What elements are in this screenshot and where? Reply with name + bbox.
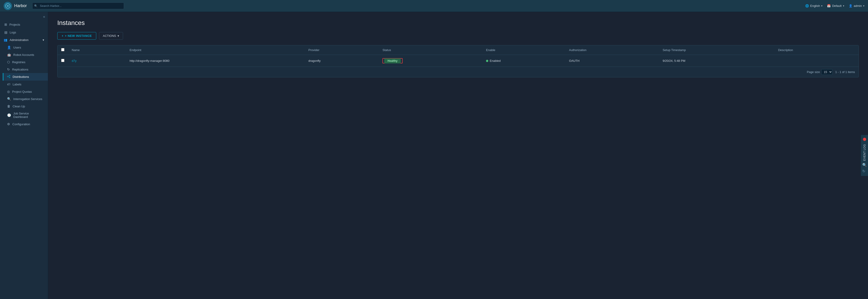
app-name: Harbor	[14, 3, 27, 8]
cell-setup-timestamp: 9/20/24, 5:48 PM	[659, 55, 775, 67]
event-log-icons: 🔍 ↻	[862, 163, 867, 173]
cell-status: Healthy	[379, 55, 482, 67]
enabled-dot-icon	[486, 60, 488, 62]
enabled-label: Enabled	[490, 59, 501, 63]
logo-icon	[4, 2, 12, 10]
actions-label: ACTIONS	[103, 34, 116, 38]
event-log-tab[interactable]: EVENT LOG 🔍 ↻	[861, 135, 868, 176]
sidebar-item-label: Project Quotas	[12, 90, 32, 93]
sidebar-item-label: Job Service Dashboard	[13, 112, 44, 119]
search-input[interactable]	[32, 2, 124, 9]
distributions-icon	[7, 75, 10, 79]
event-log-search-icon[interactable]: 🔍	[862, 163, 867, 167]
cell-enable: Enabled	[482, 55, 565, 67]
labels-icon: 🏷	[7, 82, 10, 86]
sidebar-item-projects[interactable]: ⊞ Projects	[0, 21, 48, 28]
language-caret-icon: ▾	[821, 5, 823, 7]
robot-accounts-icon: 🤖	[7, 53, 11, 57]
user-caret-icon: ▾	[863, 5, 864, 7]
col-header-authorization: Authorization	[565, 45, 659, 55]
table-header-row: Name Endpoint Provider Status Enable Aut…	[58, 45, 859, 55]
actions-caret-icon: ▾	[118, 34, 119, 38]
sidebar-item-label: Configuration	[12, 123, 30, 126]
items-info: 1 - 1 of 1 items	[835, 70, 855, 74]
collapse-icon: «	[43, 15, 45, 19]
new-instance-button[interactable]: + + NEW INSTANCE	[57, 32, 96, 40]
row-checkbox[interactable]	[61, 59, 64, 62]
clean-up-icon: 🗑	[7, 104, 10, 108]
svg-point-1	[7, 76, 8, 77]
theme-calendar-icon: 📅	[827, 4, 831, 7]
sidebar-item-robot-accounts[interactable]: 🤖 Robot Accounts	[3, 51, 48, 58]
sidebar-item-label: Labels	[12, 82, 21, 86]
administration-icon: 👥	[4, 38, 7, 42]
administration-label: Administration	[10, 38, 28, 42]
replications-icon: ↻	[7, 68, 10, 71]
main-layout: « ⊞ Projects ▤ Logs 👥 Administration ▾ 👤…	[0, 12, 868, 299]
svg-line-4	[8, 76, 9, 76]
theme-selector[interactable]: 📅 Default ▾	[827, 4, 844, 7]
projects-icon: ⊞	[4, 23, 7, 26]
sidebar-section-administration[interactable]: 👥 Administration ▾	[0, 36, 48, 44]
sidebar-admin-subitems: 👤 Users 🤖 Robot Accounts ⬡ Registries ↻ …	[0, 44, 48, 128]
sidebar-collapse-button[interactable]: «	[0, 14, 48, 21]
page-size-label: Page size	[807, 70, 820, 74]
cell-endpoint: http://dragonfly-manager:8080	[126, 55, 305, 67]
event-log-label: EVENT LOG	[863, 144, 866, 161]
status-badge-wrapper: Healthy	[382, 58, 402, 63]
main-content: Instances + + NEW INSTANCE ACTIONS ▾ Nam…	[48, 12, 868, 299]
select-all-checkbox[interactable]	[61, 48, 64, 51]
status-badge: Healthy	[384, 58, 401, 63]
sidebar-item-interrogation-services[interactable]: 🔍 Interrogation Services	[3, 95, 48, 103]
administration-chevron-icon: ▾	[42, 38, 44, 42]
language-selector[interactable]: 🌐 English ▾	[805, 4, 823, 7]
instances-table-container: Name Endpoint Provider Status Enable Aut…	[57, 45, 859, 77]
instance-name-link[interactable]: d7y	[72, 59, 76, 63]
page-size-container: Page size 15 25 50	[807, 69, 833, 75]
sidebar-item-logs[interactable]: ▤ Logs	[0, 28, 48, 36]
col-header-enable: Enable	[482, 45, 565, 55]
page-size-select[interactable]: 15 25 50	[821, 69, 833, 75]
table-row: d7y http://dragonfly-manager:8080 dragon…	[58, 55, 859, 67]
sidebar-item-label: Clean Up	[12, 105, 25, 108]
interrogation-services-icon: 🔍	[7, 97, 11, 101]
language-globe-icon: 🌐	[805, 4, 809, 7]
event-log-notification-dot	[863, 138, 866, 141]
search-container	[32, 2, 124, 9]
sidebar-item-job-service-dashboard[interactable]: 🕐 Job Service Dashboard	[3, 110, 48, 121]
sidebar-item-registries[interactable]: ⬡ Registries	[3, 58, 48, 66]
row-checkbox-cell	[58, 55, 68, 67]
sidebar-item-label: Interrogation Services	[13, 97, 42, 101]
topnav-right: 🌐 English ▾ 📅 Default ▾ 👤 admin ▾	[805, 4, 864, 7]
new-instance-plus-icon: +	[62, 34, 63, 38]
sidebar-item-labels[interactable]: 🏷 Labels	[3, 80, 48, 88]
sidebar-item-distributions[interactable]: Distributions	[3, 73, 48, 80]
app-logo[interactable]: Harbor	[4, 2, 27, 10]
sidebar-item-clean-up[interactable]: 🗑 Clean Up	[3, 103, 48, 110]
configuration-icon: ⚙	[7, 122, 10, 126]
col-header-setup-timestamp: Setup Timestamp	[659, 45, 775, 55]
sidebar-item-label: Registries	[12, 61, 25, 64]
cell-name: d7y	[68, 55, 126, 67]
logs-icon: ▤	[4, 30, 7, 34]
topnav: Harbor 🌐 English ▾ 📅 Default ▾ 👤 admin ▾	[0, 0, 868, 12]
sidebar-item-configuration[interactable]: ⚙ Configuration	[3, 121, 48, 128]
col-header-status: Status	[379, 45, 482, 55]
user-menu[interactable]: 👤 admin ▾	[849, 4, 864, 7]
sidebar-item-replications[interactable]: ↻ Replications	[3, 66, 48, 73]
sidebar-item-label: Projects	[9, 23, 20, 26]
svg-point-3	[9, 77, 10, 78]
sidebar-item-users[interactable]: 👤 Users	[3, 44, 48, 51]
enabled-cell: Enabled	[486, 59, 562, 63]
col-header-name: Name	[68, 45, 126, 55]
toolbar: + + NEW INSTANCE ACTIONS ▾	[57, 32, 859, 40]
svg-line-5	[8, 77, 9, 77]
pagination-bar: Page size 15 25 50 1 - 1 of 1 items	[58, 67, 859, 77]
sidebar-item-label: Logs	[10, 31, 16, 34]
job-service-dashboard-icon: 🕐	[7, 113, 11, 117]
sidebar-item-project-quotas[interactable]: ◎ Project Quotas	[3, 88, 48, 95]
registries-icon: ⬡	[7, 60, 10, 64]
theme-caret-icon: ▾	[843, 5, 844, 7]
event-log-refresh-icon[interactable]: ↻	[862, 169, 867, 173]
actions-button[interactable]: ACTIONS ▾	[99, 32, 123, 40]
